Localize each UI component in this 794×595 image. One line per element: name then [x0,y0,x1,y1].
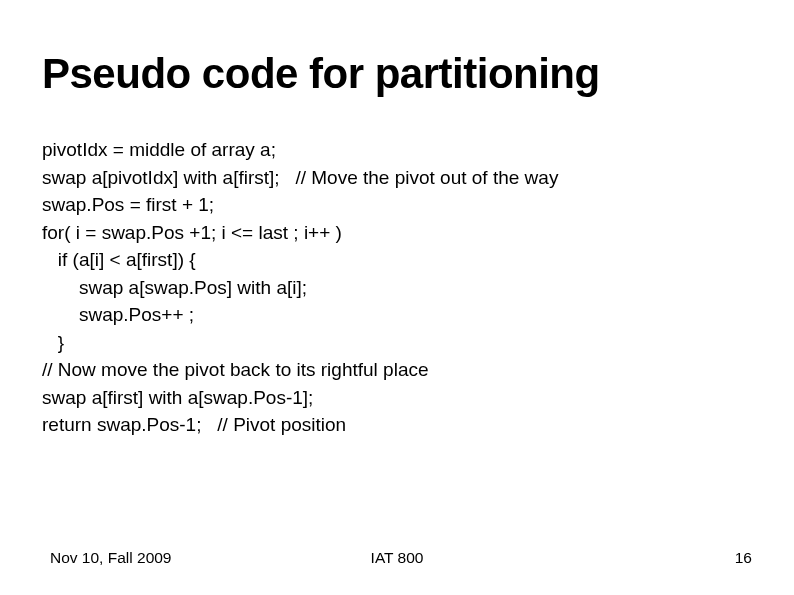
code-line: pivotIdx = middle of array a; [42,136,752,164]
code-line: } [42,329,752,357]
slide-title: Pseudo code for partitioning [42,50,752,98]
slide: Pseudo code for partitioning pivotIdx = … [0,0,794,595]
code-line: // Now move the pivot back to its rightf… [42,356,752,384]
code-line: swap a[pivotIdx] with a[first]; // Move … [42,164,752,192]
footer-date: Nov 10, Fall 2009 [50,549,172,567]
slide-footer: Nov 10, Fall 2009 IAT 800 16 [0,549,794,567]
code-line: return swap.Pos-1; // Pivot position [42,411,752,439]
code-line: swap.Pos++ ; [42,301,752,329]
code-line: for( i = swap.Pos +1; i <= last ; i++ ) [42,219,752,247]
code-line: swap.Pos = first + 1; [42,191,752,219]
code-line: swap a[first] with a[swap.Pos-1]; [42,384,752,412]
code-line: if (a[i] < a[first]) { [42,246,752,274]
footer-course: IAT 800 [371,549,424,567]
code-line: swap a[swap.Pos] with a[i]; [42,274,752,302]
footer-page-number: 16 [735,549,752,567]
pseudocode-block: pivotIdx = middle of array a; swap a[piv… [42,136,752,439]
